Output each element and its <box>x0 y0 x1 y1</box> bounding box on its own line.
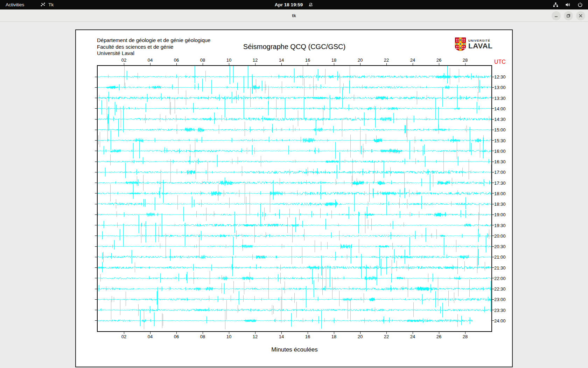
row-time-label: 18:30 <box>494 202 506 207</box>
x-tick-label-top: 24 <box>410 57 415 63</box>
row-tick-left <box>95 278 97 278</box>
activities-button[interactable]: Activities <box>6 2 24 7</box>
row-tick-left <box>95 214 97 215</box>
row-tick-left <box>95 204 97 204</box>
x-tick-label-bottom: 26 <box>436 334 441 339</box>
app-menu[interactable]: Tk <box>40 2 54 7</box>
minimize-icon <box>554 14 558 18</box>
x-tick-label-top: 14 <box>279 57 284 63</box>
x-tick-top <box>413 63 413 65</box>
seismograph-window: Département de géologie et de génie géol… <box>75 29 513 367</box>
x-tick-label-bottom: 18 <box>331 334 336 339</box>
x-tick-label-top: 26 <box>436 57 441 63</box>
row-tick-left <box>95 310 97 310</box>
close-icon <box>579 14 583 18</box>
row-time-label: 14:00 <box>494 106 506 111</box>
x-tick-label-top: 20 <box>358 57 363 63</box>
restore-button[interactable] <box>564 11 573 20</box>
x-tick-label-bottom: 02 <box>121 334 126 339</box>
plot-title: Séismographe QCQ (CGC/GSC) <box>76 43 513 51</box>
row-tick-left <box>95 162 97 162</box>
row-time-label: 20:30 <box>494 244 506 249</box>
row-tick-left <box>95 183 97 183</box>
row-time-label: 16:30 <box>494 159 506 164</box>
utc-axis-label: UTC <box>494 59 506 65</box>
x-tick-label-top: 28 <box>463 57 468 63</box>
row-time-label: 21:30 <box>494 265 506 270</box>
row-time-label: 13:30 <box>494 95 506 101</box>
row-time-label: 17:30 <box>494 180 506 185</box>
x-tick-label-top: 18 <box>331 57 336 63</box>
row-tick-left <box>95 151 97 151</box>
gnome-top-bar: Activities Tk Apr 18 19:5 <box>0 0 588 9</box>
row-time-label: 12:30 <box>494 74 506 80</box>
system-status-area[interactable] <box>553 0 583 9</box>
row-tick-left <box>95 320 97 321</box>
x-tick-label-bottom: 08 <box>200 334 205 339</box>
x-tick-top <box>281 63 282 65</box>
x-tick-top <box>386 63 387 65</box>
row-tick-left <box>95 257 97 257</box>
x-tick-label-top: 16 <box>305 57 310 63</box>
x-tick-label-bottom: 24 <box>410 334 415 339</box>
x-tick-label-bottom: 12 <box>253 334 258 339</box>
x-tick-top <box>255 63 255 65</box>
row-tick-left <box>95 87 97 88</box>
x-tick-label-top: 10 <box>226 57 231 63</box>
row-time-label: 20:00 <box>494 233 506 238</box>
x-tick-label-bottom: 14 <box>279 334 284 339</box>
x-tick-top <box>334 63 334 65</box>
laval-shield-icon <box>455 38 466 51</box>
x-tick-label-bottom: 06 <box>174 334 179 339</box>
row-tick-left <box>95 289 97 289</box>
x-tick-top <box>465 63 465 65</box>
x-tick-label-top: 22 <box>384 57 389 63</box>
window-titlebar[interactable]: tk <box>0 9 588 22</box>
row-time-label: 19:30 <box>494 223 506 228</box>
clock: Apr 18 19:59 <box>275 2 303 7</box>
x-tick-label-top: 02 <box>121 57 126 63</box>
row-tick-left <box>95 98 97 98</box>
row-tick-left <box>95 236 97 236</box>
x-tick-top <box>229 63 229 65</box>
seismogram-plot-box <box>97 65 492 332</box>
x-tick-top <box>176 63 177 65</box>
network-icon <box>553 2 559 8</box>
row-tick-left <box>95 172 97 172</box>
row-tick-left <box>95 267 97 268</box>
row-time-label: 23:00 <box>494 297 506 302</box>
x-tick-label-top: 06 <box>174 57 179 63</box>
x-tick-label-bottom: 28 <box>463 334 468 339</box>
x-tick-top <box>360 63 360 65</box>
app-menu-label: Tk <box>48 2 54 7</box>
restore-icon <box>566 14 570 18</box>
x-tick-label-top: 08 <box>200 57 205 63</box>
x-tick-label-top: 04 <box>148 57 153 63</box>
row-time-label: 21:00 <box>494 254 506 260</box>
row-tick-left <box>95 299 97 300</box>
row-tick-left <box>95 77 97 77</box>
minimize-button[interactable] <box>552 11 561 20</box>
x-tick-top <box>124 63 124 65</box>
x-tick-top <box>150 63 150 65</box>
row-time-label: 15:30 <box>494 138 506 143</box>
x-tick-label-top: 12 <box>253 57 258 63</box>
row-time-label: 19:00 <box>494 212 506 217</box>
x-tick-label-bottom: 04 <box>148 334 153 339</box>
close-button[interactable] <box>576 11 585 20</box>
row-time-label: 14:30 <box>494 117 506 122</box>
row-tick-left <box>95 246 97 247</box>
volume-icon <box>565 2 571 8</box>
row-tick-left <box>95 119 97 120</box>
row-time-label: 23:30 <box>494 307 506 313</box>
seismogram-canvas <box>98 66 491 331</box>
clock-menu[interactable]: Apr 18 19:59 <box>275 2 313 7</box>
x-tick-top <box>203 63 203 65</box>
row-time-label: 16:00 <box>494 148 506 154</box>
row-tick-left <box>95 193 97 193</box>
x-tick-label-bottom: 20 <box>358 334 363 339</box>
x-tick-label-bottom: 10 <box>226 334 231 339</box>
row-time-label: 22:30 <box>494 286 506 292</box>
x-axis-title: Minutes écoulées <box>271 346 317 353</box>
row-time-label: 13:00 <box>494 85 506 90</box>
